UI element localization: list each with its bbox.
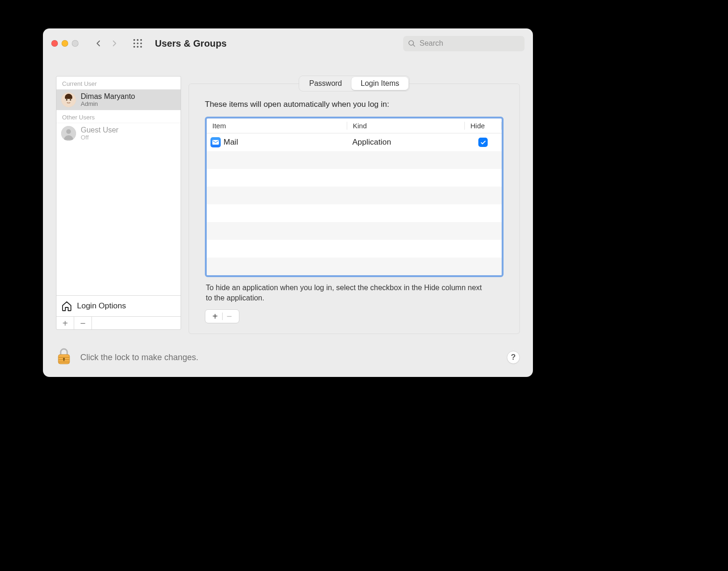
titlebar: Users & Groups: [43, 28, 533, 58]
remove-login-item-button[interactable]: −: [223, 312, 237, 321]
close-window-button[interactable]: [51, 40, 58, 47]
user-role: Admin: [81, 101, 135, 107]
column-kind[interactable]: Kind: [347, 122, 464, 130]
svg-point-10: [66, 99, 68, 101]
avatar: [61, 126, 76, 141]
table-row: [207, 240, 502, 258]
svg-rect-18: [58, 362, 70, 362]
svg-point-7: [137, 46, 139, 48]
checkmark-icon: [480, 139, 486, 146]
memoji-avatar-icon: [61, 92, 76, 107]
svg-point-4: [137, 42, 139, 44]
table-row: [207, 151, 502, 169]
show-all-button[interactable]: [130, 35, 146, 51]
maximize-window-button: [72, 40, 78, 47]
svg-point-2: [140, 39, 142, 41]
tab-login-items[interactable]: Login Items: [351, 77, 409, 90]
svg-point-11: [70, 99, 71, 101]
user-name: Dimas Maryanto: [81, 92, 135, 101]
sidebar-user-current[interactable]: Dimas Maryanto Admin: [56, 90, 181, 110]
svg-point-13: [66, 129, 71, 134]
hide-checkbox[interactable]: [478, 138, 488, 147]
user-name: Guest User: [81, 126, 119, 134]
avatar: [61, 92, 76, 107]
users-sidebar: Current User Dimas Maryanto Admin Other …: [56, 76, 181, 330]
user-status: Off: [81, 134, 119, 141]
login-items-table[interactable]: Item Kind Hide Mail Applicat: [205, 117, 504, 277]
login-options-button[interactable]: Login Options: [56, 295, 181, 316]
table-row[interactable]: Mail Application: [207, 133, 502, 151]
login-items-panel: These items will open automatically when…: [189, 84, 520, 334]
sidebar-user-guest[interactable]: Guest User Off: [56, 123, 181, 144]
tab-bar: Password Login Items: [189, 76, 520, 91]
svg-point-5: [140, 42, 142, 44]
chevron-left-icon: [94, 39, 103, 48]
item-kind: Application: [347, 138, 464, 147]
grid-icon: [133, 38, 143, 49]
search-field[interactable]: [403, 36, 525, 51]
table-row: [207, 169, 502, 187]
svg-rect-14: [212, 140, 219, 145]
tab-password[interactable]: Password: [300, 77, 351, 90]
table-body: Mail Application: [207, 133, 502, 275]
other-users-section-label: Other Users: [56, 110, 181, 123]
sidebar-add-remove: + −: [56, 316, 181, 329]
remove-user-button[interactable]: −: [74, 317, 92, 329]
system-preferences-window: Users & Groups Current User Dim: [43, 28, 533, 377]
login-items-intro: These items will open automatically when…: [205, 100, 504, 109]
item-name: Mail: [224, 138, 238, 147]
current-user-section-label: Current User: [56, 77, 181, 90]
column-hide[interactable]: Hide: [464, 122, 502, 130]
add-user-button[interactable]: +: [56, 317, 74, 329]
svg-point-8: [140, 46, 142, 48]
hide-hint-text: To hide an application when you log in, …: [206, 283, 486, 303]
svg-point-6: [133, 46, 135, 48]
lock-message: Click the lock to make changes.: [80, 353, 198, 362]
table-row: [207, 222, 502, 240]
window-controls: [51, 40, 78, 47]
help-button[interactable]: ?: [507, 351, 520, 364]
search-input[interactable]: [419, 39, 520, 48]
search-icon: [408, 40, 416, 48]
chevron-right-icon: [110, 39, 119, 48]
svg-rect-16: [58, 357, 70, 358]
footer: Click the lock to make changes. ?: [43, 345, 533, 377]
table-header: Item Kind Hide: [207, 118, 502, 133]
svg-point-1: [137, 39, 139, 41]
login-options-label: Login Options: [77, 301, 126, 311]
minimize-window-button[interactable]: [62, 40, 68, 47]
lock-icon: [56, 347, 72, 366]
svg-rect-20: [63, 359, 64, 361]
table-row: [207, 204, 502, 222]
table-row: [207, 258, 502, 275]
svg-point-0: [133, 39, 135, 41]
login-items-add-remove: + −: [205, 309, 239, 323]
back-button[interactable]: [91, 35, 106, 51]
window-title: Users & Groups: [155, 38, 227, 49]
house-icon: [61, 300, 72, 312]
table-row: [207, 187, 502, 204]
mail-app-icon: [210, 137, 221, 147]
lock-button[interactable]: [56, 347, 72, 368]
forward-button: [106, 35, 122, 51]
svg-point-3: [133, 42, 135, 44]
guest-avatar-icon: [61, 126, 76, 141]
column-item[interactable]: Item: [207, 122, 347, 130]
add-login-item-button[interactable]: +: [208, 312, 222, 321]
